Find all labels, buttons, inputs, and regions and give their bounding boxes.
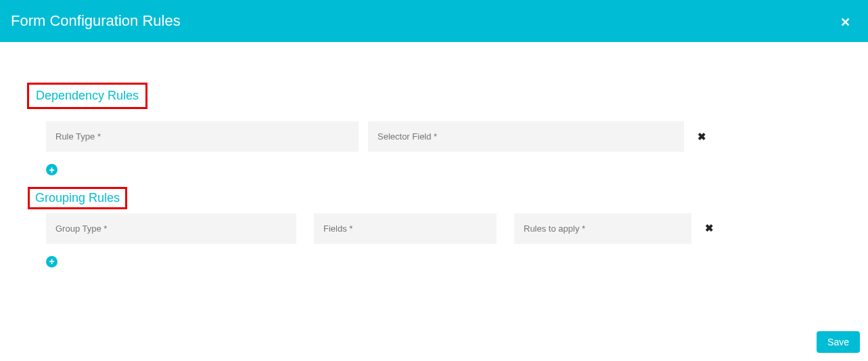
close-icon[interactable]: ✕ — [840, 12, 850, 30]
grouping-rule-row: ✖ — [46, 213, 841, 244]
rules-to-apply-field[interactable] — [514, 213, 691, 244]
remove-icon[interactable]: ✖ — [698, 131, 706, 143]
highlight-grouping-rules: Grouping Rules — [28, 187, 127, 209]
section-title-grouping: Grouping Rules — [35, 191, 120, 205]
highlight-dependency-rules: Dependency Rules — [27, 83, 147, 109]
save-button[interactable]: Save — [817, 331, 860, 353]
add-grouping-rule-icon[interactable]: + — [46, 256, 58, 268]
dialog-content: Dependency Rules ✖ + Grouping Rules ✖ + — [0, 42, 868, 268]
group-type-field[interactable] — [46, 213, 296, 244]
dialog-header: Form Configuration Rules ✕ — [0, 0, 868, 42]
add-dependency-rule-icon[interactable]: + — [46, 164, 58, 175]
remove-icon[interactable]: ✖ — [705, 222, 714, 234]
section-title-dependency: Dependency Rules — [36, 89, 139, 103]
rule-type-field[interactable] — [46, 121, 359, 152]
dialog-title: Form Configuration Rules — [11, 12, 181, 30]
fields-field[interactable] — [314, 213, 497, 244]
dependency-rule-row: ✖ — [46, 121, 841, 152]
selector-field[interactable] — [368, 121, 684, 152]
